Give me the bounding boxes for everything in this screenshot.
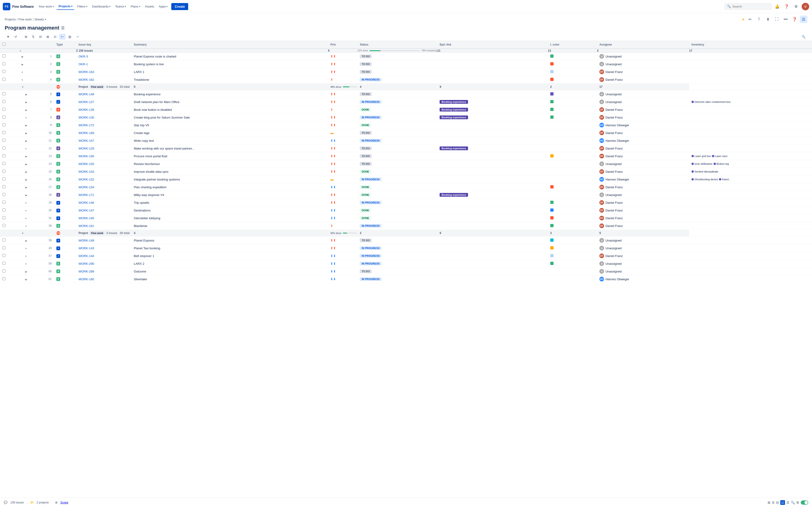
- table-row[interactable]: ▶ 9 S WORK-172 Star trip V5 ⬆⬆ DONE HO H…: [0, 121, 812, 129]
- export-icon[interactable]: ⬆: [764, 15, 772, 23]
- table-row[interactable]: ▾ 3 S WORK-163 LARX 1 ⬆⬆ TO DO DF Daniel…: [0, 68, 812, 76]
- create-button[interactable]: Create: [171, 3, 188, 10]
- edit-icon[interactable]: ✏: [746, 15, 754, 23]
- table-row[interactable]: ▾ 47 ↗ WORK-144 Belt stopover 1 ⬇⬇ IN PR…: [0, 252, 812, 260]
- col-header-epic[interactable]: Epic link: [437, 41, 548, 49]
- table-row[interactable]: ▶ 15 S WORK-153 Improve shuttle data syn…: [0, 168, 812, 176]
- sort-button[interactable]: ⇅: [30, 34, 37, 40]
- breadcrumb-sheets[interactable]: Sheets ▾: [35, 17, 46, 21]
- row-key[interactable]: WORK-152: [76, 176, 131, 183]
- row-key[interactable]: WORK-145: [76, 214, 131, 222]
- row-summary[interactable]: Treadstone: [131, 76, 328, 83]
- row-summary[interactable]: Write copy text: [131, 137, 328, 145]
- col-header-summary[interactable]: Summary: [131, 41, 328, 49]
- row-checkbox[interactable]: [2, 54, 5, 58]
- row-key[interactable]: WORK-157: [76, 137, 131, 145]
- filter-bb-icon[interactable]: ⊟: [776, 501, 779, 501]
- table-row[interactable]: ▶ 14 S WORK-155 Review NonSensor ⬆⬆ TO D…: [0, 160, 812, 168]
- row-summary[interactable]: Destinations: [131, 207, 328, 214]
- row-key[interactable]: WORK-172: [76, 121, 131, 129]
- expand-row-btn[interactable]: ▾: [26, 263, 27, 265]
- row-checkbox[interactable]: [2, 100, 5, 103]
- display-button[interactable]: ⊟: [37, 34, 44, 40]
- row-checkbox[interactable]: [2, 246, 5, 249]
- expand-row-btn[interactable]: ▶: [26, 139, 27, 142]
- row-checkbox[interactable]: [2, 216, 5, 219]
- row-summary[interactable]: Booking experience: [131, 91, 328, 98]
- row-key[interactable]: WORK-290: [76, 260, 131, 268]
- row-checkbox[interactable]: [2, 123, 5, 126]
- row-key[interactable]: WORK-171: [76, 191, 131, 199]
- table-row[interactable]: ▶ 10 S WORK-169 Create tags ▬ TO DO DF D…: [0, 129, 812, 137]
- star-icon[interactable]: ★: [742, 17, 745, 21]
- row-checkbox[interactable]: [2, 262, 5, 265]
- row-key[interactable]: WORK-146: [76, 199, 131, 207]
- row-summary[interactable]: Procure more portal fluid: [131, 152, 328, 160]
- row-checkbox[interactable]: [2, 177, 5, 180]
- col-header-key[interactable]: Issue key: [76, 41, 131, 49]
- col-header-color[interactable]: I. color: [548, 41, 597, 49]
- settings2-button[interactable]: ⊣: [74, 34, 80, 40]
- expand-row-btn[interactable]: ▶: [26, 270, 27, 273]
- table-row[interactable]: ▶ 61 S WORK-160 Silverlake ⬇⬇ IN PROGRES…: [0, 275, 812, 283]
- hierarchy-button[interactable]: ⊡: [52, 34, 58, 40]
- table-row[interactable]: ▶ 16 S WORK-152 Integrate partner bookin…: [0, 176, 812, 183]
- table-row[interactable]: ▶ 18 ⚡ WORK-171 Milky way stopover V4 ⬆⬆…: [0, 191, 812, 199]
- nav-dashboards[interactable]: Dashboards ▾: [90, 3, 112, 10]
- table-row[interactable]: ▾ 8 ⚡ WORK-130 Create blog post for Satu…: [0, 114, 812, 121]
- nav-teams[interactable]: Teams ▾: [113, 3, 128, 10]
- expand-row-btn[interactable]: ▶: [26, 132, 27, 134]
- expand-row-btn[interactable]: ▶: [26, 101, 27, 104]
- col-header-assignee[interactable]: Assignee: [597, 41, 689, 49]
- row-checkbox[interactable]: [2, 185, 5, 188]
- table-row[interactable]: ▶ 1 S OKR-3 Planet Express route is char…: [0, 53, 812, 60]
- table-row[interactable]: ▶ 60 S WORK-289 Outcome ⬇⬇ TO DO ⊙ Unass…: [0, 268, 812, 275]
- expand-row-btn[interactable]: ▶: [26, 155, 27, 158]
- row-key[interactable]: WORK-154: [76, 183, 131, 191]
- table-row[interactable]: ▾ 12 ⚡ WORK-129 Make working with our sp…: [0, 145, 812, 152]
- row-checkbox[interactable]: [2, 238, 5, 241]
- table-row[interactable]: ▾ 38 S WORK-161 Blackbriar ⬆ IN PROGRESS…: [0, 222, 812, 230]
- breadcrumb-projects[interactable]: Projects: [5, 17, 16, 21]
- col-header-type[interactable]: Type: [54, 41, 76, 49]
- search-box[interactable]: 🔍: [725, 3, 772, 10]
- row-summary[interactable]: Planet Express route is charted: [131, 53, 328, 60]
- nav-assets[interactable]: Assets: [143, 3, 156, 10]
- search-input[interactable]: [732, 5, 769, 8]
- row-key[interactable]: WORK-149: [76, 237, 131, 244]
- row-checkbox[interactable]: [2, 131, 5, 134]
- col-header-status[interactable]: Status: [357, 41, 437, 49]
- row-summary[interactable]: Plan charting expedition: [131, 183, 328, 191]
- table-row[interactable]: ▶ 6 ✓ WORK-127 Draft network plan for Ma…: [0, 98, 812, 106]
- row-key[interactable]: WORK-128: [76, 106, 131, 114]
- row-summary[interactable]: Milky way stopover V4: [131, 191, 328, 199]
- row-key[interactable]: WORK-148: [76, 91, 131, 98]
- expand-row-btn[interactable]: ▶: [21, 55, 23, 58]
- active-view-button[interactable]: ⊢: [59, 34, 65, 40]
- columns-button[interactable]: ⊠: [45, 34, 51, 40]
- table-row[interactable]: ▾ 59 S WORK-290 LARX 2 ⬇⬇ IN PROGRESS ⊙ …: [0, 260, 812, 268]
- row-summary[interactable]: Trip upsells: [131, 199, 328, 207]
- row-summary[interactable]: Make working with our space travel partn…: [131, 145, 328, 152]
- more-icon[interactable]: •••: [782, 15, 790, 23]
- table-row[interactable]: ▾ 40 ↗ WORK-143 Planet Taxi booking ⬆⬆ I…: [0, 244, 812, 252]
- expand-row-btn[interactable]: ▾: [21, 71, 23, 73]
- row-summary[interactable]: Draft network plan for Mars Office: [131, 98, 328, 106]
- row-checkbox[interactable]: [2, 147, 5, 150]
- expand-row-btn[interactable]: ▾: [26, 217, 27, 220]
- view-toggle-icon[interactable]: ☰: [800, 15, 807, 23]
- expand-row-btn[interactable]: ▾: [26, 209, 27, 212]
- fullscreen-icon[interactable]: ⛶: [773, 15, 780, 23]
- search-bb-icon[interactable]: 🔍: [791, 501, 795, 501]
- table-row[interactable]: ▶ 5 ↗ WORK-148 Booking experience ⬆⬆ TO …: [0, 91, 812, 98]
- row-summary[interactable]: Star trip V5: [131, 121, 328, 129]
- row-summary[interactable]: Planet Express: [131, 237, 328, 244]
- table-row[interactable]: ▶ 7 ✕ WORK-128 Book now button is disabl…: [0, 106, 812, 114]
- row-key[interactable]: OKR-3: [76, 53, 131, 60]
- nav-apps[interactable]: Apps ▾: [157, 3, 170, 10]
- row-checkbox[interactable]: [2, 62, 5, 65]
- row-summary[interactable]: Review NonSensor: [131, 160, 328, 168]
- expand-row-btn[interactable]: ▾: [26, 225, 27, 227]
- row-checkbox[interactable]: [2, 201, 5, 204]
- table-row[interactable]: ▶ 39 ↗ WORK-149 Planet Express ⬆⬆ TO DO …: [0, 237, 812, 244]
